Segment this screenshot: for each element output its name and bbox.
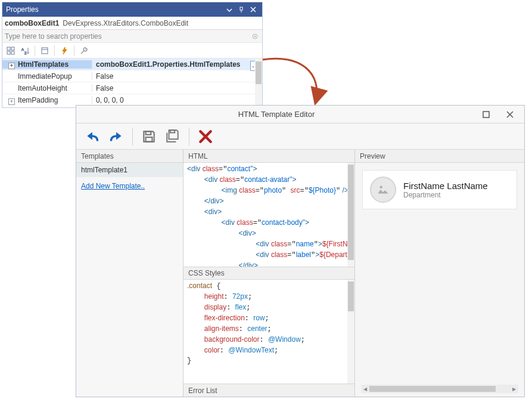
preview-header: Preview xyxy=(355,150,524,163)
properties-window: Properties comboBoxEdit1 DevExpress.Xtra… xyxy=(2,2,263,108)
undo-button[interactable] xyxy=(82,126,102,147)
editor-body: Templates htmlTemplate1 Add New Template… xyxy=(76,150,524,397)
property-row-immediatepopup[interactable]: ImmediatePopup False xyxy=(2,70,262,82)
property-row-htmltemplates[interactable]: +HtmlTemplates comboBoxEdit1.Properties.… xyxy=(2,58,262,70)
delete-button[interactable] xyxy=(195,126,216,147)
svg-rect-4 xyxy=(11,47,14,50)
close-icon[interactable] xyxy=(498,107,522,122)
html-template-editor-window: HTML Template Editor Templates htmlTempl… xyxy=(76,105,525,397)
css-header: CSS Styles xyxy=(183,267,354,280)
svg-rect-12 xyxy=(146,131,151,134)
object-name: comboBoxEdit1 xyxy=(5,19,59,27)
property-name: ItemAutoHeight xyxy=(18,84,67,92)
toolbar-divider xyxy=(189,128,189,146)
editor-title: HTML Template Editor xyxy=(79,110,474,119)
preview-pane: Preview FirstName LastName Department ◀ … xyxy=(355,150,524,397)
template-item[interactable]: htmlTemplate1 xyxy=(76,163,183,177)
alphabetical-icon[interactable]: AZ xyxy=(19,45,31,57)
expand-icon[interactable]: + xyxy=(8,63,15,69)
property-name: ImmediatePopup xyxy=(18,72,72,81)
scroll-left-icon[interactable]: ◀ xyxy=(361,385,369,393)
svg-rect-5 xyxy=(7,51,10,54)
preview-name: FirstName LastName xyxy=(403,181,488,191)
toolbar-divider xyxy=(74,45,74,56)
property-search[interactable]: Type here to search properties xyxy=(2,30,262,43)
svg-text:A: A xyxy=(21,48,24,51)
editor-titlebar[interactable]: HTML Template Editor xyxy=(76,106,524,123)
property-name: HtmlTemplates xyxy=(18,60,69,69)
wrench-icon[interactable] xyxy=(78,45,90,57)
toolbar-divider xyxy=(132,128,133,146)
html-header: HTML xyxy=(183,150,354,163)
property-row-itempadding[interactable]: +ItemPadding 0, 0, 0, 0 xyxy=(2,94,262,105)
templates-header: Templates xyxy=(76,150,183,163)
property-value: False xyxy=(96,84,113,92)
scrollbar-thumb[interactable] xyxy=(369,386,496,392)
events-icon[interactable] xyxy=(58,45,70,57)
pin-icon[interactable] xyxy=(236,4,247,15)
preview-body: FirstName LastName Department ◀ ▶ xyxy=(355,163,524,397)
categorized-icon[interactable] xyxy=(5,45,17,57)
property-row-itemautoheight[interactable]: ItemAutoHeight False xyxy=(2,82,262,94)
svg-point-15 xyxy=(380,186,382,188)
add-template-link[interactable]: Add New Template.. xyxy=(76,177,183,195)
svg-rect-9 xyxy=(42,48,48,54)
html-editor[interactable]: <div class="contact"> <div class="contac… xyxy=(183,163,354,267)
svg-rect-13 xyxy=(146,137,153,142)
toolbar-divider xyxy=(54,45,55,56)
preview-department: Department xyxy=(403,191,488,199)
close-icon[interactable] xyxy=(248,4,259,15)
property-name: ItemPadding xyxy=(18,96,58,104)
window-menu-icon[interactable] xyxy=(224,4,235,15)
error-list-header[interactable]: Error List xyxy=(183,384,354,397)
css-editor[interactable]: .contact { height: 72px; display: flex; … xyxy=(183,280,354,384)
properties-titlebar[interactable]: Properties xyxy=(2,2,262,17)
svg-rect-6 xyxy=(11,51,14,54)
object-type: DevExpress.XtraEditors.ComboBoxEdit xyxy=(63,19,188,27)
search-placeholder: Type here to search properties xyxy=(5,32,250,41)
maximize-icon[interactable] xyxy=(474,107,498,122)
save-all-button[interactable] xyxy=(163,126,183,147)
property-grid: +HtmlTemplates comboBoxEdit1.Properties.… xyxy=(2,58,262,105)
properties-toolbar: AZ xyxy=(2,43,262,58)
svg-text:Z: Z xyxy=(24,51,27,55)
svg-rect-11 xyxy=(483,112,489,117)
redo-button[interactable] xyxy=(106,126,126,147)
property-value: False xyxy=(96,72,113,81)
svg-rect-3 xyxy=(7,47,10,50)
preview-contact-card: FirstName LastName Department xyxy=(362,170,517,209)
center-pane: HTML <div class="contact"> <div class="c… xyxy=(183,150,355,397)
horizontal-scrollbar[interactable]: ◀ ▶ xyxy=(361,385,518,393)
save-button[interactable] xyxy=(139,126,159,147)
expand-icon[interactable]: + xyxy=(8,98,15,105)
svg-rect-14 xyxy=(170,130,175,132)
clear-search-icon[interactable] xyxy=(250,32,260,41)
properties-title: Properties xyxy=(6,5,223,14)
scroll-right-icon[interactable]: ▶ xyxy=(510,385,518,393)
scrollbar[interactable] xyxy=(255,58,262,105)
property-value: 0, 0, 0, 0 xyxy=(96,96,124,104)
object-selector[interactable]: comboBoxEdit1 DevExpress.XtraEditors.Com… xyxy=(2,17,262,30)
avatar-placeholder-icon xyxy=(370,177,396,203)
editor-toolbar xyxy=(76,123,524,150)
templates-pane: Templates htmlTemplate1 Add New Template… xyxy=(76,150,183,397)
property-pages-icon[interactable] xyxy=(39,45,51,57)
scrollbar-thumb[interactable] xyxy=(256,61,262,84)
svg-rect-0 xyxy=(240,7,242,10)
toolbar-divider xyxy=(35,45,35,56)
property-value: comboBoxEdit1.Properties.HtmlTemplates xyxy=(96,60,241,69)
